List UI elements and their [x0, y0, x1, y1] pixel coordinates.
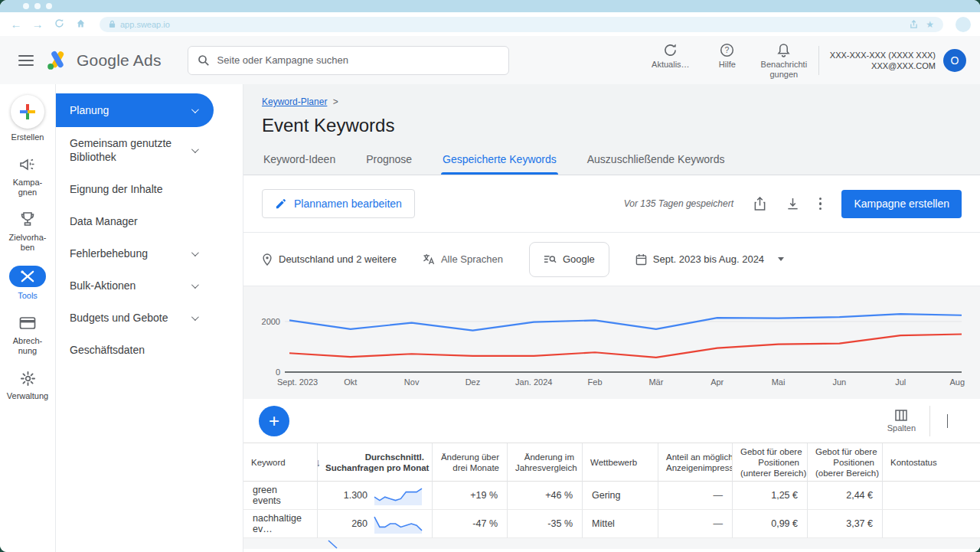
column-header-anteil-an-m-glichen[interactable]: Anteil an möglichenAnzeigenimpressionen: [658, 443, 733, 482]
table-row-1[interactable]: nachhaltige ev…260-47 %-35 %Mittel—0,99 …: [243, 510, 980, 538]
table-toolbar: + Spalten: [243, 399, 980, 443]
window-titlebar: [0, 0, 980, 12]
cell-bid-high: 3,37 €: [808, 510, 883, 538]
account-email: XXX@XXX.COM: [830, 60, 936, 71]
window-minimize-button[interactable]: [34, 3, 41, 9]
window-maximize-button[interactable]: [46, 3, 52, 9]
cell-account-status: [883, 482, 980, 510]
global-search[interactable]: [188, 46, 509, 75]
svg-text:Feb: Feb: [588, 377, 603, 387]
svg-text:Aug: Aug: [949, 377, 965, 387]
share-icon[interactable]: [753, 197, 766, 211]
main-content: Keyword-Planer > Event Keywords Keyword-…: [243, 84, 980, 552]
header-action-1[interactable]: ?Hilfe: [699, 41, 756, 80]
rail-item-tools[interactable]: Tools: [0, 266, 55, 301]
window-close-button[interactable]: [23, 3, 29, 9]
nav-drawer: PlanungGemeinsam genutzte BibliothekEign…: [56, 84, 243, 552]
svg-text:Mai: Mai: [772, 377, 786, 387]
rail-item-abrechnung[interactable]: Abrech-nung: [0, 314, 55, 356]
tab-gespeicherte-keywords[interactable]: Gespeicherte Keywords: [441, 145, 558, 175]
table-row-0[interactable]: green events1.300+19 %+46 %Gering—1,25 €…: [243, 482, 980, 510]
cell-competition: Mittel: [583, 510, 658, 538]
rail-item-erstellen[interactable]: Erstellen: [0, 95, 55, 142]
icon-rail: ErstellenKampa-gnenZielvorha-benToolsAbr…: [0, 84, 56, 552]
create-campaign-button[interactable]: Kampagne erstellen: [841, 190, 962, 218]
header-divider: [818, 46, 819, 75]
add-keywords-button[interactable]: +: [259, 406, 289, 436]
lock-icon: [109, 20, 116, 28]
tab-auszuschlie-ende-keywords[interactable]: Auszuschließende Keywords: [586, 145, 727, 175]
svg-text:Dez: Dez: [466, 377, 481, 387]
home-icon[interactable]: [74, 18, 87, 30]
brand-name: Google Ads: [77, 51, 162, 70]
svg-text:2000: 2000: [262, 317, 280, 326]
cell-change-3m: -47 %: [433, 510, 508, 538]
sidebar-item-planung[interactable]: Planung: [56, 93, 214, 127]
google-ads-triangle-icon: [46, 50, 69, 71]
network-filter[interactable]: Google: [529, 242, 609, 277]
tab-prognose[interactable]: Prognose: [364, 145, 413, 175]
calendar-icon: [635, 253, 647, 266]
svg-text:Mär: Mär: [648, 377, 663, 387]
header-action-2[interactable]: Benachrichtigungen: [756, 41, 812, 80]
address-bar[interactable]: app.sweap.io ★: [100, 17, 943, 32]
sidebar-item-data-manager[interactable]: Data Manager: [56, 205, 243, 237]
account-info: XXX-XXX-XXX (XXXX XXX) XXX@XXX.COM: [830, 50, 936, 71]
menu-icon[interactable]: [18, 55, 34, 66]
chevron-down-icon: [778, 257, 784, 261]
browser-window: ← → app.sweap.io ★: [0, 0, 980, 552]
column-header-gebot-f-r-obere[interactable]: Gebot für oberePositionen(unterer Bereic…: [733, 443, 808, 482]
tab-bar: Keyword-IdeenPrognoseGespeicherte Keywor…: [243, 145, 980, 175]
edit-plan-name-button[interactable]: Plannamen bearbeiten: [262, 189, 415, 218]
cell-account-status: [883, 510, 980, 538]
bookmark-star-icon[interactable]: ★: [926, 19, 934, 30]
rail-item-kampagnen[interactable]: Kampa-gnen: [0, 155, 55, 198]
pencil-icon: [275, 198, 286, 210]
google-ads-logo: Google Ads: [46, 50, 162, 71]
search-icon: [198, 54, 210, 67]
sidebar-item-bulk-aktionen[interactable]: Bulk-Aktionen: [56, 269, 243, 302]
svg-text:Sept. 2023: Sept. 2023: [277, 377, 318, 387]
sidebar-item-gesch-ftsdaten[interactable]: Geschäftsdaten: [56, 334, 243, 366]
sidebar-item-eignung-der-inhalte[interactable]: Eignung der Inhalte: [56, 173, 243, 205]
column-header-wettbewerb[interactable]: Wettbewerb: [583, 443, 658, 482]
table-header-row: Keyword↓Durchschnittl.Suchanfragen pro M…: [243, 443, 980, 482]
tab-keyword-ideen[interactable]: Keyword-Ideen: [262, 145, 337, 175]
plan-toolbar: Plannamen bearbeiten Vor 135 Tagen gespe…: [243, 175, 980, 233]
column-header-keyword[interactable]: Keyword: [243, 443, 318, 482]
column-header--nderung--ber[interactable]: Änderung überdrei Monate: [433, 443, 508, 482]
column-header-kontostatus[interactable]: Kontostatus: [883, 443, 980, 482]
cell-impression-share: —: [658, 510, 733, 538]
sidebar-item-gemeinsam-genutzte-bibliothek[interactable]: Gemeinsam genutzte Bibliothek: [56, 127, 243, 173]
columns-button[interactable]: Spalten: [874, 410, 929, 433]
browser-profile-avatar[interactable]: [956, 17, 971, 32]
date-range-filter[interactable]: Sept. 2023 bis Aug. 2024: [635, 253, 784, 266]
back-icon[interactable]: ←: [9, 18, 23, 30]
rail-item-verwaltung[interactable]: Verwaltung: [0, 369, 55, 401]
column-header-durchschnittl-[interactable]: ↓Durchschnittl.Suchanfragen pro Monat: [318, 443, 433, 482]
more-options-icon[interactable]: [819, 198, 822, 211]
location-filter[interactable]: Deutschland und 2 weitere: [262, 253, 397, 266]
reload-icon[interactable]: [52, 18, 66, 30]
column-header--nderung-im[interactable]: Änderung imJahresvergleich: [508, 443, 583, 482]
sidebar-item-fehlerbehebung[interactable]: Fehlerbehebung: [56, 237, 243, 269]
table-row-partial[interactable]: [243, 538, 980, 549]
rail-item-zielvorhaben[interactable]: Zielvorha-ben: [0, 211, 55, 253]
breadcrumb-link[interactable]: Keyword-Planer: [262, 96, 327, 107]
collapse-chart-button[interactable]: [930, 414, 965, 428]
column-header-gebot-f-r-obere[interactable]: Gebot für oberePositionen(oberer Bereich…: [808, 443, 883, 482]
share-page-icon[interactable]: [910, 20, 918, 29]
bell-icon: [777, 41, 790, 57]
search-input[interactable]: [217, 54, 499, 66]
sidebar-item-budgets-und-gebote[interactable]: Budgets und Gebote: [56, 302, 243, 334]
forward-icon[interactable]: →: [31, 18, 44, 30]
chevron-down-icon: [191, 106, 199, 113]
header-action-0[interactable]: Aktualis…: [642, 41, 699, 80]
svg-text:Jan. 2024: Jan. 2024: [515, 377, 552, 387]
download-icon[interactable]: [786, 198, 799, 211]
help-icon: ?: [720, 41, 734, 57]
chevron-down-icon: [191, 249, 199, 256]
avatar[interactable]: O: [943, 49, 966, 72]
language-filter[interactable]: Alle Sprachen: [423, 253, 503, 265]
cell-impression-share: —: [658, 482, 733, 510]
